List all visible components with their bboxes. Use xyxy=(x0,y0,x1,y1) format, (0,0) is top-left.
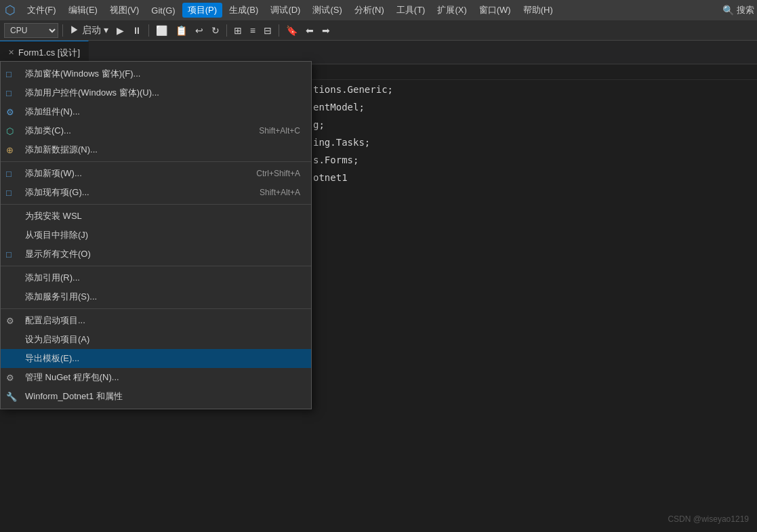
manage-nuget-label: 管理 NuGet 程序包(N)... xyxy=(25,371,300,384)
menu-debug[interactable]: 调试(D) xyxy=(265,3,306,18)
menu-project[interactable]: 项目(P) xyxy=(182,3,222,18)
pause-btn[interactable]: ⏸ xyxy=(129,24,144,37)
install-wsl-label: 为我安装 WSL xyxy=(25,210,300,222)
menu-build[interactable]: 生成(B) xyxy=(224,3,264,18)
watermark: CSDN @wiseyao1219 xyxy=(668,514,749,524)
toolbar-separator-2 xyxy=(148,24,149,37)
add-new-item-label: 添加新项(W)... xyxy=(25,167,240,180)
search-label: 搜索 xyxy=(737,4,754,16)
menubar: ⬡ 文件(F) 编辑(E) 视图(V) Git(G) 项目(P) 生成(B) 调… xyxy=(0,0,757,20)
add-existing-item-label: 添加现有项(G)... xyxy=(25,186,243,199)
toolbar-btn-5[interactable]: ⊞ xyxy=(231,24,245,37)
menu-properties[interactable]: 🔧 Winform_Dotnet1 和属性 xyxy=(1,387,311,406)
play-btn[interactable]: ▶ xyxy=(114,24,127,37)
toolbar-btn-6[interactable]: ≡ xyxy=(247,24,258,37)
menu-window[interactable]: 窗口(W) xyxy=(474,3,516,18)
add-new-item-shortcut: Ctrl+Shift+A xyxy=(256,169,300,178)
search-icon: 🔍 xyxy=(722,5,734,16)
cpu-selector[interactable]: CPU xyxy=(4,23,58,38)
toolbar-btn-8[interactable]: 🔖 xyxy=(283,24,300,37)
start-button[interactable]: ▶ 启动 ▾ xyxy=(67,23,111,38)
add-component-icon: ⚙ xyxy=(6,107,14,117)
toolbar-btn-1[interactable]: ⬜ xyxy=(153,24,170,37)
add-existing-item-icon: □ xyxy=(6,188,12,198)
set-startup-label: 设为启动项目(A) xyxy=(25,333,300,346)
separator-4 xyxy=(1,308,311,309)
menu-add-datasource[interactable]: ⊕ 添加新数据源(N)... xyxy=(1,140,311,159)
add-class-label: 添加类(C)... xyxy=(25,125,243,137)
toolbar-separator-3 xyxy=(226,24,227,37)
add-class-shortcut: Shift+Alt+C xyxy=(259,126,300,136)
menu-edit[interactable]: 编辑(E) xyxy=(63,3,103,18)
menu-add-user-control[interactable]: □ 添加用户控件(Windows 窗体)(U)... xyxy=(1,83,311,102)
menu-add-reference[interactable]: 添加引用(R)... xyxy=(1,268,311,287)
add-component-label: 添加组件(N)... xyxy=(25,106,300,118)
tab-close-icon[interactable]: ✕ xyxy=(8,48,14,57)
context-menu: □ 添加窗体(Windows 窗体)(F)... □ 添加用户控件(Window… xyxy=(0,61,312,409)
properties-label: Winform_Dotnet1 和属性 xyxy=(25,390,300,403)
menu-manage-nuget[interactable]: ⚙ 管理 NuGet 程序包(N)... xyxy=(1,368,311,387)
tab-label: Form1.cs [设计] xyxy=(18,47,80,59)
add-user-control-label: 添加用户控件(Windows 窗体)(U)... xyxy=(25,87,300,99)
toolbar: CPU ▶ 启动 ▾ ▶ ⏸ ⬜ 📋 ↩ ↻ ⊞ ≡ ⊟ 🔖 ⬅ ➡ xyxy=(0,20,757,41)
manage-nuget-icon: ⚙ xyxy=(6,373,14,383)
menu-test[interactable]: 测试(S) xyxy=(307,3,347,18)
play-icon: ▶ xyxy=(117,25,124,36)
properties-icon: 🔧 xyxy=(6,392,17,402)
menu-export-template[interactable]: 导出模板(E)... xyxy=(1,349,311,368)
toolbar-separator-1 xyxy=(62,24,63,37)
menu-extensions[interactable]: 扩展(X) xyxy=(432,3,472,18)
menu-analyze[interactable]: 分析(N) xyxy=(349,3,390,18)
add-existing-item-shortcut: Shift+Alt+A xyxy=(260,188,300,197)
separator-1 xyxy=(1,161,311,162)
toolbar-separator-4 xyxy=(279,24,279,37)
show-all-files-label: 显示所有文件(O) xyxy=(25,248,300,260)
add-datasource-label: 添加新数据源(N)... xyxy=(25,144,300,156)
separator-2 xyxy=(1,204,311,205)
export-template-label: 导出模板(E)... xyxy=(25,352,300,365)
pause-icon: ⏸ xyxy=(132,25,142,36)
menu-git[interactable]: Git(G) xyxy=(146,4,180,17)
add-user-control-icon: □ xyxy=(6,88,12,98)
menu-show-all-files[interactable]: □ 显示所有文件(O) xyxy=(1,245,311,264)
menu-set-startup[interactable]: 设为启动项目(A) xyxy=(1,330,311,349)
menu-add-new-item[interactable]: □ 添加新项(W)... Ctrl+Shift+A xyxy=(1,164,311,183)
toolbar-btn-4[interactable]: ↻ xyxy=(209,24,222,37)
menu-add-component[interactable]: ⚙ 添加组件(N)... xyxy=(1,102,311,121)
menu-tools[interactable]: 工具(T) xyxy=(391,3,431,18)
menubar-right: 🔍 搜索 xyxy=(722,4,754,16)
add-window-label: 添加窗体(Windows 窗体)(F)... xyxy=(25,68,300,80)
menu-help[interactable]: 帮助(H) xyxy=(518,3,558,18)
configure-startup-label: 配置启动项目... xyxy=(25,314,300,327)
show-all-files-icon: □ xyxy=(6,249,12,260)
toolbar-btn-3[interactable]: ↩ xyxy=(192,24,206,37)
menu-add-window[interactable]: □ 添加窗体(Windows 窗体)(F)... xyxy=(1,64,311,83)
exclude-project-label: 从项目中排除(J) xyxy=(25,229,300,241)
menu-add-class[interactable]: ⬡ 添加类(C)... Shift+Alt+C xyxy=(1,121,311,140)
toolbar-btn-2[interactable]: 📋 xyxy=(173,24,190,37)
add-class-icon: ⬡ xyxy=(6,126,14,136)
configure-startup-icon: ⚙ xyxy=(6,316,14,326)
start-label: ▶ 启动 ▾ xyxy=(70,24,108,37)
menu-view[interactable]: 视图(V) xyxy=(104,3,144,18)
toolbar-btn-10[interactable]: ➡ xyxy=(319,24,333,37)
vs-logo: ⬡ xyxy=(3,3,18,18)
menu-add-existing-item[interactable]: □ 添加现有项(G)... Shift+Alt+A xyxy=(1,183,311,202)
add-new-item-icon: □ xyxy=(6,169,12,179)
add-service-reference-label: 添加服务引用(S)... xyxy=(25,291,300,303)
separator-3 xyxy=(1,266,311,266)
menu-install-wsl[interactable]: 为我安装 WSL xyxy=(1,207,311,226)
add-window-icon: □ xyxy=(6,69,12,79)
menu-exclude-project[interactable]: 从项目中排除(J) xyxy=(1,226,311,245)
add-reference-label: 添加引用(R)... xyxy=(25,272,300,284)
menu-file[interactable]: 文件(F) xyxy=(22,3,62,18)
toolbar-btn-9[interactable]: ⬅ xyxy=(303,24,316,37)
add-datasource-icon: ⊕ xyxy=(6,145,14,155)
menu-add-service-reference[interactable]: 添加服务引用(S)... xyxy=(1,287,311,306)
editor-container: ✕ Form1.cs [设计] ⬦ ▾ Winform_Dotnet1.Form… xyxy=(0,41,757,532)
menu-configure-startup[interactable]: ⚙ 配置启动项目... xyxy=(1,311,311,330)
toolbar-btn-7[interactable]: ⊟ xyxy=(261,24,274,37)
